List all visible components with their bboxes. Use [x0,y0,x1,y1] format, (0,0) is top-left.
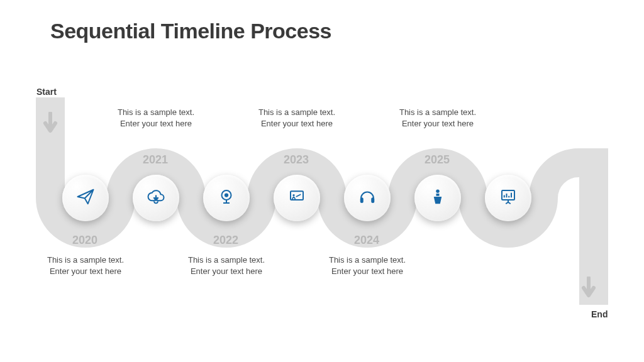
end-arrow-icon [581,277,596,302]
paper-plane-icon [76,187,95,209]
desc-2023: This is a sample text. Enter your text h… [253,107,341,129]
svg-point-7 [436,190,440,194]
cloud-download-icon [147,187,165,209]
desc-2021: This is a sample text. Enter your text h… [112,107,200,129]
start-label: Start [36,87,57,97]
node-2025 [414,175,461,221]
desc-2024: This is a sample text. Enter your text h… [323,255,411,277]
node-2021 [133,175,179,221]
headphones-icon [358,187,377,209]
year-2020: 2020 [72,234,97,247]
page-title: Sequential Timeline Process [50,19,331,43]
svg-rect-5 [360,197,364,203]
webcam-icon [217,187,236,209]
year-2022: 2022 [213,234,238,247]
svg-rect-6 [371,197,374,203]
node-2023 [274,175,320,221]
svg-point-2 [225,193,228,197]
podium-icon [428,187,447,209]
presentation-icon [287,187,306,209]
node-2020 [62,175,109,221]
desc-2020: This is a sample text. Enter your text h… [42,255,130,277]
year-2025: 2025 [425,153,450,167]
year-2021: 2021 [143,153,168,167]
node-2026 [485,175,531,221]
svg-point-0 [153,199,158,204]
presentation-chart-icon [499,187,518,209]
svg-point-4 [292,194,294,196]
desc-2025: This is a sample text. Enter your text h… [394,107,482,129]
node-2022 [203,175,250,221]
node-2024 [344,175,391,221]
year-2023: 2023 [284,153,309,167]
year-2024: 2024 [354,234,379,247]
start-arrow-icon [43,112,58,137]
desc-2022: This is a sample text. Enter your text h… [182,255,270,277]
